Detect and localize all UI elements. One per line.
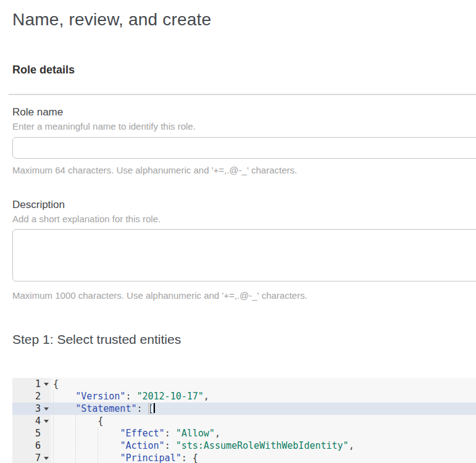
code-line[interactable]: "Effect": "Allow", [51,427,476,440]
code-token: "Principal" [120,453,181,463]
line-number: 7 [35,452,41,463]
section-divider [9,94,476,95]
code-token: "Effect" [120,428,164,439]
code-token: "Action" [120,440,164,451]
code-line[interactable]: "Action": "sts:AssumeRoleWithWebIdentity… [51,440,476,452]
line-number: 1 [35,378,41,390]
editor-line[interactable]: 7 "Principal": { [12,452,476,463]
fold-toggle-icon[interactable] [44,420,49,423]
code-token: , [349,440,354,451]
role-details-heading: Role details [12,64,75,77]
line-number-gutter: 4 [12,415,51,427]
code-token: "Allow" [176,428,215,439]
code-token [53,403,75,414]
editor-line[interactable]: 6 "Action": "sts:AssumeRoleWithWebIdenti… [12,440,476,452]
code-token: "Statement" [75,403,136,414]
line-number: 6 [35,440,41,452]
code-token: { [98,415,103,427]
line-number-gutter: 1 [12,378,51,390]
code-token [53,428,120,439]
indent-guide [53,390,54,463]
line-number-gutter: 7 [12,452,51,463]
code-token: , [204,391,209,402]
code-token: : [125,391,136,402]
line-number-gutter: 5 [12,427,51,440]
code-token: "2012-10-17" [136,391,203,402]
line-number-gutter: 2 [12,390,51,403]
page-title: Name, review, and create [12,10,211,30]
code-line[interactable]: "Principal": { [51,452,476,463]
indent-guide [98,427,98,463]
code-token [53,453,120,463]
line-number: 2 [35,390,41,403]
editor-line[interactable]: 5 "Effect": "Allow", [12,427,476,440]
role-name-hint: Maximum 64 characters. Use alphanumeric … [12,165,297,175]
step1-heading: Step 1: Select trusted entities [12,332,181,347]
description-hint: Maximum 1000 characters. Use alphanumeri… [12,290,307,301]
editor-line[interactable]: 4 { [12,415,476,427]
role-name-label: Role name [12,106,63,119]
editor-line[interactable]: 3 "Statement": [ [12,403,476,415]
code-line[interactable]: { [51,415,476,427]
code-line[interactable]: "Version": "2012-10-17", [51,390,476,403]
line-number: 3 [35,403,41,415]
code-token: : { [182,453,198,463]
description-description: Add a short explanation for this role. [12,214,161,224]
code-line[interactable]: "Statement": [ [51,403,476,415]
description-textarea[interactable] [12,229,476,282]
code-token: : [165,428,176,439]
code-token: [ [148,403,154,414]
description-label: Description [12,199,65,211]
code-token: , [215,428,220,439]
code-token: "Version" [75,391,125,402]
code-token: { [53,378,59,390]
line-number-gutter: 6 [12,440,51,452]
line-number-gutter: 3 [12,403,51,415]
line-number: 5 [35,427,41,440]
code-token: "sts:AssumeRoleWithWebIdentity" [176,440,349,451]
code-token [53,391,75,402]
role-name-input[interactable] [12,137,476,159]
code-line[interactable]: { [51,378,476,390]
role-name-description: Enter a meaningful name to identify this… [12,121,196,131]
fold-toggle-icon[interactable] [44,457,49,460]
text-cursor [154,403,155,413]
line-number: 4 [35,415,41,427]
editor-line[interactable]: 2 "Version": "2012-10-17", [12,390,476,403]
editor-line[interactable]: 1{ [12,378,476,390]
policy-editor[interactable]: 1{2 "Version": "2012-10-17",3 "Statement… [12,378,476,463]
code-token: : [136,403,148,414]
indent-guide [75,415,76,463]
fold-toggle-icon[interactable] [44,383,49,386]
code-token [53,440,120,451]
code-token: : [165,440,176,451]
fold-toggle-icon[interactable] [44,407,49,411]
